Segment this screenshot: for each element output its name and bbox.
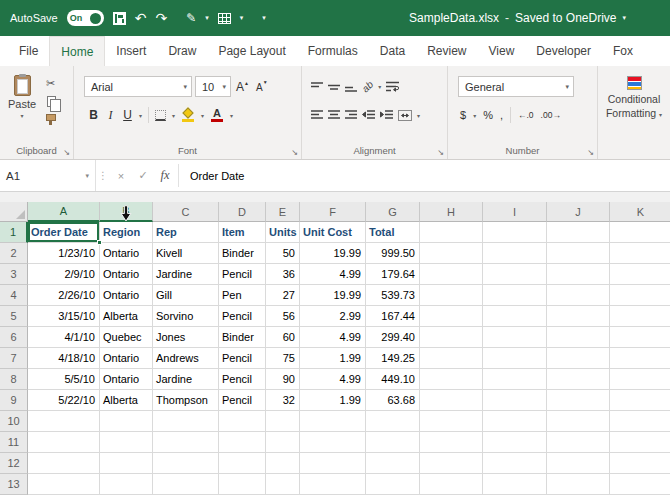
cell-G7[interactable]: 149.25 <box>366 348 420 369</box>
name-box[interactable]: A1 ▾ <box>0 160 96 191</box>
cell-G13[interactable] <box>366 474 420 495</box>
cell-C1[interactable]: Rep <box>153 222 219 243</box>
decrease-font-icon[interactable]: A ▼ <box>254 80 270 93</box>
column-header-H[interactable]: H <box>420 202 483 222</box>
cell-G4[interactable]: 539.73 <box>366 285 420 306</box>
cell-C10[interactable] <box>153 411 219 432</box>
cell-D7[interactable]: Pencil <box>219 348 266 369</box>
cell-I3[interactable] <box>483 264 547 285</box>
row-header-7[interactable]: 7 <box>0 348 28 369</box>
number-format-select[interactable]: General ▾ <box>458 76 574 97</box>
paste-button[interactable]: Paste ▾ <box>4 70 40 141</box>
cell-K12[interactable] <box>610 453 670 474</box>
cell-H11[interactable] <box>420 432 483 453</box>
autosave-toggle[interactable]: On <box>67 10 104 26</box>
cell-F12[interactable] <box>300 453 366 474</box>
cell-A2[interactable]: 1/23/10 <box>28 243 100 264</box>
cell-J7[interactable] <box>547 348 610 369</box>
cell-D6[interactable]: Binder <box>219 327 266 348</box>
cell-J1[interactable] <box>547 222 610 243</box>
cell-D11[interactable] <box>219 432 266 453</box>
cell-K7[interactable] <box>610 348 670 369</box>
cell-A3[interactable]: 2/9/10 <box>28 264 100 285</box>
save-status[interactable]: Saved to OneDrive <box>515 11 616 25</box>
cell-G1[interactable]: Total <box>366 222 420 243</box>
cell-I13[interactable] <box>483 474 547 495</box>
cell-C7[interactable]: Andrews <box>153 348 219 369</box>
column-header-J[interactable]: J <box>547 202 610 222</box>
cell-F5[interactable]: 2.99 <box>300 306 366 327</box>
cell-A7[interactable]: 4/18/10 <box>28 348 100 369</box>
column-header-E[interactable]: E <box>266 202 300 222</box>
bold-button[interactable]: B <box>88 109 99 121</box>
cell-I8[interactable] <box>483 369 547 390</box>
cell-B9[interactable]: Alberta <box>100 390 153 411</box>
font-name-select[interactable]: Arial ▾ <box>84 76 192 97</box>
cell-B6[interactable]: Quebec <box>100 327 153 348</box>
cell-F2[interactable]: 19.99 <box>300 243 366 264</box>
cell-A8[interactable]: 5/5/10 <box>28 369 100 390</box>
alignment-dialog-launcher-icon[interactable]: ↘ <box>437 148 444 157</box>
cell-J11[interactable] <box>547 432 610 453</box>
column-header-A[interactable]: A <box>28 202 100 222</box>
tab-file[interactable]: File <box>8 36 49 66</box>
cell-G10[interactable] <box>366 411 420 432</box>
cell-A9[interactable]: 5/22/10 <box>28 390 100 411</box>
pen-icon[interactable]: ✎ <box>186 12 196 24</box>
cell-A1[interactable]: Order Date <box>28 222 100 243</box>
wrap-text-icon[interactable] <box>386 81 399 92</box>
name-box-dropdown-icon[interactable]: ▾ <box>85 172 89 180</box>
cell-H9[interactable] <box>420 390 483 411</box>
cell-A6[interactable]: 4/1/10 <box>28 327 100 348</box>
align-bottom-icon[interactable] <box>345 82 357 92</box>
column-header-C[interactable]: C <box>153 202 219 222</box>
row-header-1[interactable]: 1 <box>0 222 28 243</box>
cell-F13[interactable] <box>300 474 366 495</box>
align-top-icon[interactable] <box>311 82 323 92</box>
cell-C2[interactable]: Kivell <box>153 243 219 264</box>
cell-C13[interactable] <box>153 474 219 495</box>
number-dialog-launcher-icon[interactable]: ↘ <box>587 148 594 157</box>
cell-H2[interactable] <box>420 243 483 264</box>
fill-color-dropdown-icon[interactable]: ▾ <box>201 112 204 119</box>
cell-H1[interactable] <box>420 222 483 243</box>
cell-F10[interactable] <box>300 411 366 432</box>
cell-F11[interactable] <box>300 432 366 453</box>
cell-I12[interactable] <box>483 453 547 474</box>
cell-C12[interactable] <box>153 453 219 474</box>
increase-font-icon[interactable]: A ▲ <box>234 81 251 93</box>
cell-B11[interactable] <box>100 432 153 453</box>
cell-I9[interactable] <box>483 390 547 411</box>
cell-E13[interactable] <box>266 474 300 495</box>
table-dropdown-icon[interactable]: ▾ <box>240 14 244 22</box>
format-painter-icon[interactable] <box>46 114 56 126</box>
accounting-format-icon[interactable]: $ <box>460 110 466 121</box>
cell-E11[interactable] <box>266 432 300 453</box>
column-header-I[interactable]: I <box>483 202 547 222</box>
column-header-F[interactable]: F <box>300 202 366 222</box>
cell-J12[interactable] <box>547 453 610 474</box>
cell-B12[interactable] <box>100 453 153 474</box>
row-header-2[interactable]: 2 <box>0 243 28 264</box>
cell-K5[interactable] <box>610 306 670 327</box>
cell-G3[interactable]: 179.64 <box>366 264 420 285</box>
copy-icon[interactable] <box>47 96 56 107</box>
cell-H12[interactable] <box>420 453 483 474</box>
cell-G11[interactable] <box>366 432 420 453</box>
enter-icon[interactable]: ✓ <box>132 160 154 191</box>
cell-F6[interactable]: 4.99 <box>300 327 366 348</box>
cell-H8[interactable] <box>420 369 483 390</box>
row-header-6[interactable]: 6 <box>0 327 28 348</box>
row-header-4[interactable]: 4 <box>0 285 28 306</box>
cell-K13[interactable] <box>610 474 670 495</box>
cell-I11[interactable] <box>483 432 547 453</box>
cell-K9[interactable] <box>610 390 670 411</box>
align-center-icon[interactable] <box>328 110 340 120</box>
cell-E1[interactable]: Units <box>266 222 300 243</box>
cell-F1[interactable]: Unit Cost <box>300 222 366 243</box>
cell-E9[interactable]: 32 <box>266 390 300 411</box>
cell-G8[interactable]: 449.10 <box>366 369 420 390</box>
cell-J6[interactable] <box>547 327 610 348</box>
cell-A13[interactable] <box>28 474 100 495</box>
cell-E4[interactable]: 27 <box>266 285 300 306</box>
